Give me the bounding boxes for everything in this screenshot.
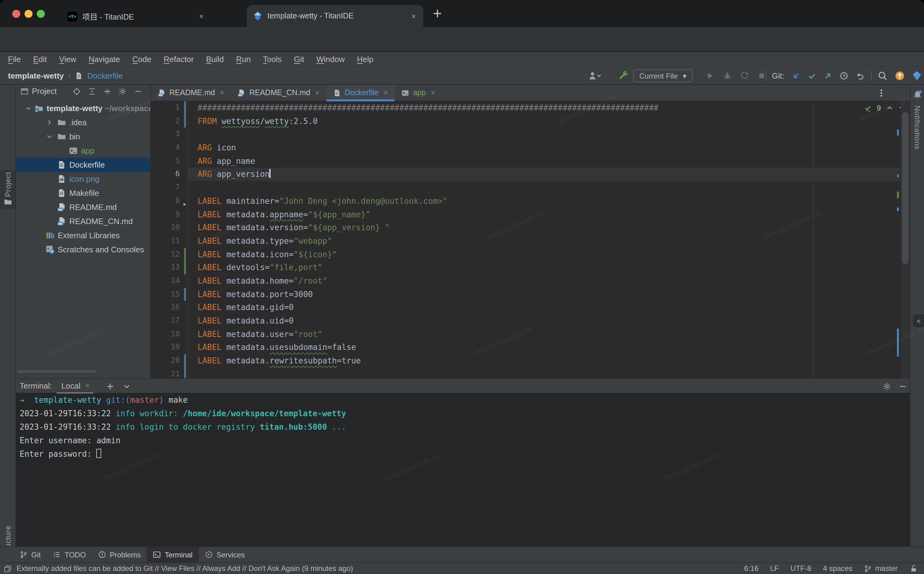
- menu-build[interactable]: Build: [206, 55, 224, 64]
- browser-tab[interactable]: <t>项目 - TitanIDE×: [61, 6, 211, 27]
- tool-window-switcher[interactable]: [4, 565, 12, 573]
- menu-git[interactable]: Git: [294, 55, 304, 64]
- stripe-mark[interactable]: [897, 208, 899, 211]
- tree-item-readme-cn-md[interactable]: MDREADME_CN.md: [16, 214, 151, 228]
- tree-item-app[interactable]: app: [16, 144, 151, 158]
- horizontal-scrollbar[interactable]: [17, 370, 96, 373]
- stripe-mark[interactable]: [897, 192, 899, 198]
- close-tab-icon[interactable]: ×: [384, 88, 388, 97]
- editor-tab-readme-cn-md[interactable]: MDREADME_CN.md×: [231, 85, 327, 101]
- menu-code[interactable]: Code: [132, 55, 151, 64]
- collapse-right-button[interactable]: <: [913, 314, 924, 327]
- updates-icon[interactable]: [894, 71, 905, 81]
- stripe-mark[interactable]: [897, 174, 899, 177]
- close-tab-icon[interactable]: ×: [410, 11, 417, 20]
- stop-icon[interactable]: [757, 71, 766, 80]
- close-tab-icon[interactable]: ×: [220, 88, 224, 97]
- debug-bug-icon[interactable]: [723, 71, 732, 80]
- close-terminal-tab-icon[interactable]: ×: [85, 381, 90, 394]
- settings-gear-icon[interactable]: [118, 87, 127, 96]
- editor-tab-dockerfile[interactable]: Dockerfile×: [326, 85, 394, 101]
- menu-tools[interactable]: Tools: [263, 55, 281, 64]
- collapse-all-icon[interactable]: [103, 87, 112, 96]
- hide-minimize-icon[interactable]: [134, 87, 142, 96]
- run-config-select[interactable]: Current File ▾: [633, 69, 692, 82]
- history-icon[interactable]: [839, 71, 849, 80]
- terminal-minimize-button[interactable]: [898, 382, 907, 391]
- expand-all-icon[interactable]: [88, 87, 96, 96]
- terminal-output[interactable]: → template-wetty git:(master) make2023-0…: [20, 394, 907, 461]
- search-icon[interactable]: [877, 71, 888, 81]
- tool-button-git[interactable]: Git: [14, 547, 47, 562]
- user-menu-button[interactable]: [588, 71, 602, 81]
- tree-item-makefile[interactable]: Makefile: [16, 186, 151, 200]
- ide-gem-icon[interactable]: [912, 71, 922, 81]
- close-tab-icon[interactable]: ×: [431, 88, 435, 97]
- line-ending[interactable]: LF: [770, 564, 779, 573]
- chevron-down-icon[interactable]: [46, 132, 53, 140]
- coverage-icon[interactable]: [740, 71, 749, 80]
- zoom-window-button[interactable]: [37, 10, 45, 18]
- caret-position[interactable]: 6:16: [744, 564, 759, 573]
- menu-help[interactable]: Help: [357, 55, 374, 64]
- terminal-dropdown-button[interactable]: [122, 382, 131, 391]
- locate-icon[interactable]: [72, 87, 81, 96]
- menu-window[interactable]: Window: [316, 55, 345, 64]
- close-tab-icon[interactable]: ×: [315, 88, 319, 97]
- menu-view[interactable]: View: [59, 55, 76, 64]
- terminal-settings-button[interactable]: [882, 382, 891, 391]
- fold-arrow-icon[interactable]: [182, 201, 188, 208]
- project-panel-title[interactable]: Project: [32, 87, 57, 96]
- tool-button-terminal[interactable]: Terminal: [147, 547, 199, 562]
- tool-button-todo[interactable]: TODO: [47, 547, 92, 562]
- chevron-down-icon[interactable]: [25, 104, 33, 112]
- terminal-tab-local[interactable]: Local ×: [54, 379, 96, 394]
- git-branch-widget[interactable]: master: [864, 564, 897, 573]
- tree-item-icon-png[interactable]: icon.png: [16, 172, 151, 186]
- tool-button-problems[interactable]: Problems: [92, 547, 147, 562]
- browser-tab[interactable]: template-wetty - TitanIDE×: [247, 5, 423, 27]
- close-tab-icon[interactable]: ×: [198, 12, 205, 21]
- git-push-icon[interactable]: [823, 71, 833, 80]
- git-commit-icon[interactable]: [808, 71, 817, 80]
- breadcrumb-file[interactable]: Dockerfile: [87, 71, 123, 80]
- indent-size[interactable]: 4 spaces: [823, 564, 853, 573]
- menu-refactor[interactable]: Refactor: [163, 55, 193, 64]
- close-window-button[interactable]: [12, 10, 20, 18]
- git-update-icon[interactable]: [792, 71, 801, 80]
- breadcrumb-project[interactable]: template-wetty: [8, 71, 64, 80]
- tool-button-project[interactable]: Project: [0, 172, 15, 197]
- minimize-window-button[interactable]: [25, 10, 33, 18]
- notifications-bell[interactable]: [912, 90, 923, 100]
- stripe-mark[interactable]: [897, 328, 899, 357]
- menu-navigate[interactable]: Navigate: [89, 55, 120, 64]
- menu-edit[interactable]: Edit: [33, 55, 47, 64]
- scrollbar-thumb[interactable]: [902, 112, 909, 264]
- tree-item-template-wetty[interactable]: template-wetty ~/workspace: [16, 101, 151, 115]
- tree-item-scratches-and-consoles[interactable]: Scratches and Consoles: [16, 242, 151, 256]
- tool-button-services[interactable]: Services: [199, 547, 251, 562]
- editor-tab-options-button[interactable]: [877, 88, 886, 98]
- editor-tab-app[interactable]: app×: [395, 85, 442, 101]
- tree-item-dockerfile[interactable]: Dockerfile: [16, 158, 151, 172]
- tool-button-notifications[interactable]: Notifications: [910, 106, 924, 150]
- status-message[interactable]: Externally added files can be added to G…: [17, 564, 353, 573]
- unlock-icon[interactable]: [909, 564, 918, 573]
- chevron-right-icon[interactable]: [46, 118, 53, 126]
- tree-item--idea[interactable]: .idea: [16, 115, 151, 129]
- build-button[interactable]: [618, 71, 629, 81]
- rollback-icon[interactable]: [855, 71, 864, 80]
- file-encoding[interactable]: UTF-8: [790, 564, 811, 573]
- run-play-icon[interactable]: [706, 71, 715, 80]
- tree-item-readme-md[interactable]: MDREADME.md: [16, 200, 151, 214]
- new-tab-button[interactable]: [432, 8, 443, 19]
- menu-run[interactable]: Run: [236, 55, 251, 64]
- code-area[interactable]: ########################################…: [189, 101, 901, 378]
- new-terminal-button[interactable]: [105, 382, 115, 391]
- menu-file[interactable]: File: [8, 55, 21, 64]
- tool-folder-icon[interactable]: [4, 198, 12, 206]
- stripe-mark[interactable]: [897, 129, 899, 136]
- tree-item-external-libraries[interactable]: External Libraries: [16, 228, 151, 242]
- editor-tab-readme-md[interactable]: MDREADME.md×: [151, 85, 231, 101]
- tree-item-bin[interactable]: bin: [16, 129, 151, 144]
